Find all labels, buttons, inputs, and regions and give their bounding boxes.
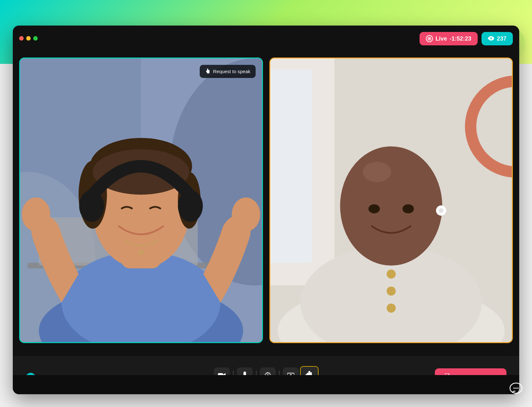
svg-rect-30 <box>270 70 312 263</box>
video-cell-right <box>269 58 513 343</box>
svg-point-64 <box>517 388 519 389</box>
close-dot[interactable] <box>19 36 24 41</box>
svg-rect-27 <box>207 72 209 73</box>
viewer-count: 237 <box>497 35 506 42</box>
chat-icon-button[interactable] <box>510 382 522 397</box>
svg-rect-25 <box>208 70 209 72</box>
svg-point-4 <box>490 38 491 39</box>
svg-point-21 <box>22 197 50 232</box>
svg-point-23 <box>139 250 143 255</box>
svg-point-62 <box>513 388 515 389</box>
svg-rect-24 <box>207 69 208 71</box>
svg-point-39 <box>363 162 391 182</box>
app-window: Live -1:52:23 237 <box>13 26 519 394</box>
svg-point-20 <box>178 190 203 222</box>
svg-point-40 <box>368 204 380 213</box>
svg-point-0 <box>428 38 430 40</box>
live-timer: -1:52:23 <box>450 35 471 42</box>
svg-point-38 <box>340 146 442 265</box>
bottom-bar <box>13 375 519 394</box>
svg-point-22 <box>232 197 260 232</box>
minimize-dot[interactable] <box>26 36 31 41</box>
live-badge: Live -1:52:23 <box>420 32 478 45</box>
video-area: Request to speak <box>13 51 519 349</box>
svg-point-34 <box>387 270 396 279</box>
request-to-speak-badge[interactable]: Request to speak <box>200 65 256 78</box>
svg-point-43 <box>439 208 443 213</box>
request-label: Request to speak <box>213 69 251 74</box>
svg-point-41 <box>402 204 414 213</box>
viewer-badge: 237 <box>482 32 513 45</box>
eye-icon <box>488 35 494 42</box>
top-bar: Live -1:52:23 237 <box>420 32 513 45</box>
svg-point-19 <box>79 190 104 222</box>
svg-rect-26 <box>206 71 207 72</box>
hand-icon <box>205 68 211 75</box>
video-person-right <box>270 58 512 342</box>
video-cell-left: Request to speak <box>19 58 263 343</box>
svg-point-36 <box>387 303 396 312</box>
video-person-left <box>20 58 262 342</box>
live-label: Live <box>436 35 447 42</box>
podcast-icon <box>426 35 433 42</box>
video-grid: Request to speak <box>13 51 519 349</box>
fullscreen-dot[interactable] <box>33 36 38 41</box>
svg-point-35 <box>387 287 396 296</box>
svg-point-63 <box>515 388 517 389</box>
